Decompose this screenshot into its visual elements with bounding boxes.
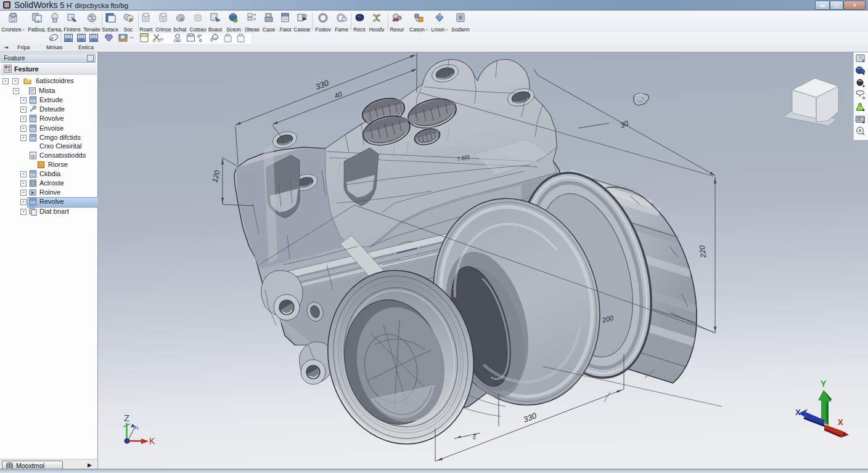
svg-text:6: 6 xyxy=(199,38,202,43)
svg-text:6: 6 xyxy=(210,37,213,42)
svg-text:cy: cy xyxy=(160,37,164,41)
svg-text:Z: Z xyxy=(124,413,129,423)
svg-text:Y: Y xyxy=(821,379,827,389)
svg-text:¾: ¾ xyxy=(134,424,139,431)
svg-text:K: K xyxy=(149,436,155,446)
svg-text:X: X xyxy=(795,408,801,417)
svg-text:cao: cao xyxy=(174,38,181,42)
svg-text:X: X xyxy=(838,418,843,427)
svg-text:220: 220 xyxy=(698,245,708,259)
